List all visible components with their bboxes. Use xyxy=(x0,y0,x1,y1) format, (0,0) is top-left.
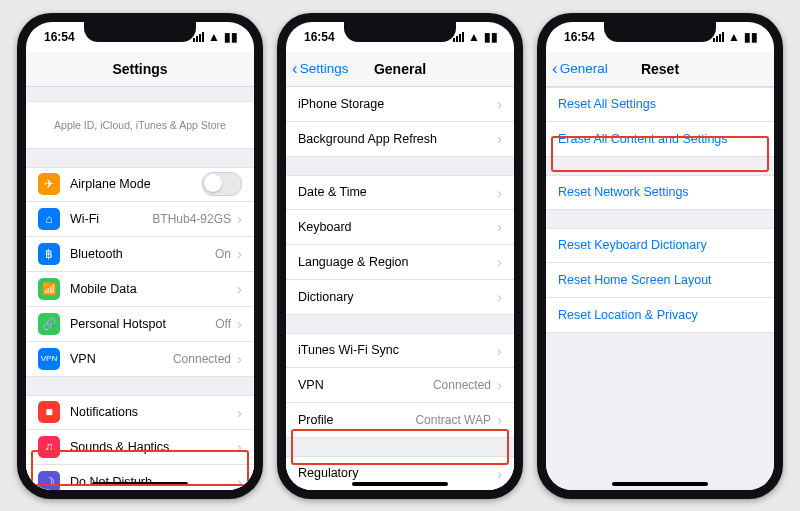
row-reset-network[interactable]: Reset Network Settings xyxy=(546,175,774,210)
notch xyxy=(604,22,716,42)
home-indicator[interactable] xyxy=(352,482,448,486)
row-label: Reset Home Screen Layout xyxy=(558,273,762,287)
row-label: Regulatory xyxy=(298,466,497,480)
row-label: Reset All Settings xyxy=(558,97,762,111)
back-label: General xyxy=(560,61,608,76)
chevron-right-icon: › xyxy=(237,438,242,455)
back-button[interactable]: ‹ Settings xyxy=(292,52,348,86)
phone-reset: 16:54 ▲ ▮▮ ‹ General Reset Reset All Set… xyxy=(537,13,783,499)
row-label: Keyboard xyxy=(298,220,497,234)
chevron-right-icon: › xyxy=(497,342,502,359)
row-background-app-refresh[interactable]: Background App Refresh › xyxy=(286,122,514,157)
row-dictionary[interactable]: Dictionary › xyxy=(286,280,514,315)
row-date-time[interactable]: Date & Time › xyxy=(286,175,514,210)
row-do-not-disturb[interactable]: ☽ Do Not Disturb › xyxy=(26,465,254,490)
page-title: General xyxy=(374,61,426,77)
status-icons: ▲ ▮▮ xyxy=(193,31,238,43)
phone-general: 16:54 ▲ ▮▮ ‹ Settings General iPhone Sto… xyxy=(277,13,523,499)
row-profile[interactable]: Profile Contract WAP › xyxy=(286,403,514,438)
row-wifi[interactable]: ⌂ Wi-Fi BTHub4-92GS › xyxy=(26,202,254,237)
content[interactable]: iPhone Storage › Background App Refresh … xyxy=(286,87,514,490)
row-label: Bluetooth xyxy=(70,247,215,261)
row-value: Connected xyxy=(173,352,231,366)
phone-settings: 16:54 ▲ ▮▮ Settings Apple ID, iCloud, iT… xyxy=(17,13,263,499)
chevron-left-icon: ‹ xyxy=(292,60,298,77)
row-erase-all-content[interactable]: Erase All Content and Settings xyxy=(546,122,774,157)
row-vpn[interactable]: VPN Connected › xyxy=(286,368,514,403)
chevron-right-icon: › xyxy=(237,350,242,367)
row-value: BTHub4-92GS xyxy=(152,212,231,226)
row-label: VPN xyxy=(70,352,173,366)
vpn-icon: VPN xyxy=(38,348,60,370)
row-keyboard[interactable]: Keyboard › xyxy=(286,210,514,245)
chevron-right-icon: › xyxy=(237,280,242,297)
clock: 16:54 xyxy=(564,30,595,44)
home-indicator[interactable] xyxy=(612,482,708,486)
wifi-icon: ▲ xyxy=(468,31,480,43)
status-icons: ▲ ▮▮ xyxy=(713,31,758,43)
sounds-icon: ♫ xyxy=(38,436,60,458)
home-indicator[interactable] xyxy=(92,482,188,486)
row-sounds-haptics[interactable]: ♫ Sounds & Haptics › xyxy=(26,430,254,465)
row-label: Wi-Fi xyxy=(70,212,152,226)
row-value: Contract WAP xyxy=(415,413,491,427)
mobile-data-icon: 📶 xyxy=(38,278,60,300)
row-label: Mobile Data xyxy=(70,282,237,296)
dnd-moon-icon: ☽ xyxy=(38,471,60,490)
row-notifications[interactable]: ■ Notifications › xyxy=(26,395,254,430)
chevron-right-icon: › xyxy=(237,210,242,227)
row-iphone-storage[interactable]: iPhone Storage › xyxy=(286,87,514,122)
row-value: Connected xyxy=(433,378,491,392)
row-value: Off xyxy=(215,317,231,331)
notifications-icon: ■ xyxy=(38,401,60,423)
row-language-region[interactable]: Language & Region › xyxy=(286,245,514,280)
wifi-icon: ▲ xyxy=(208,31,220,43)
hotspot-icon: 🔗 xyxy=(38,313,60,335)
battery-icon: ▮▮ xyxy=(224,31,238,43)
banner-label: Apple ID, iCloud, iTunes & App Store xyxy=(54,119,226,131)
row-label: iTunes Wi-Fi Sync xyxy=(298,343,497,357)
row-vpn[interactable]: VPN VPN Connected › xyxy=(26,342,254,377)
chevron-right-icon: › xyxy=(497,253,502,270)
row-airplane-mode[interactable]: ✈ Airplane Mode xyxy=(26,167,254,202)
content[interactable]: Reset All Settings Erase All Content and… xyxy=(546,87,774,490)
notch xyxy=(84,22,196,42)
airplane-toggle[interactable] xyxy=(202,172,242,196)
row-label: Date & Time xyxy=(298,185,497,199)
notch xyxy=(344,22,456,42)
nav-bar: ‹ General Reset xyxy=(546,52,774,87)
content[interactable]: Apple ID, iCloud, iTunes & App Store ✈ A… xyxy=(26,87,254,490)
row-reset-home-screen[interactable]: Reset Home Screen Layout xyxy=(546,263,774,298)
screen: 16:54 ▲ ▮▮ Settings Apple ID, iCloud, iT… xyxy=(26,22,254,490)
row-bluetooth[interactable]: ฿ Bluetooth On › xyxy=(26,237,254,272)
airplane-icon: ✈ xyxy=(38,173,60,195)
nav-bar: Settings xyxy=(26,52,254,87)
clock: 16:54 xyxy=(304,30,335,44)
chevron-right-icon: › xyxy=(237,245,242,262)
back-label: Settings xyxy=(300,61,349,76)
row-mobile-data[interactable]: 📶 Mobile Data › xyxy=(26,272,254,307)
back-button[interactable]: ‹ General xyxy=(552,52,608,86)
row-label: Sounds & Haptics xyxy=(70,440,237,454)
clock: 16:54 xyxy=(44,30,75,44)
screen: 16:54 ▲ ▮▮ ‹ General Reset Reset All Set… xyxy=(546,22,774,490)
chevron-left-icon: ‹ xyxy=(552,60,558,77)
bluetooth-icon: ฿ xyxy=(38,243,60,265)
row-label: Airplane Mode xyxy=(70,177,202,191)
chevron-right-icon: › xyxy=(237,404,242,421)
apple-id-banner[interactable]: Apple ID, iCloud, iTunes & App Store xyxy=(26,101,254,149)
chevron-right-icon: › xyxy=(237,473,242,490)
row-personal-hotspot[interactable]: 🔗 Personal Hotspot Off › xyxy=(26,307,254,342)
row-label: Dictionary xyxy=(298,290,497,304)
row-label: Erase All Content and Settings xyxy=(558,132,762,146)
row-label: VPN xyxy=(298,378,433,392)
battery-icon: ▮▮ xyxy=(744,31,758,43)
row-reset-location-privacy[interactable]: Reset Location & Privacy xyxy=(546,298,774,333)
row-reset-keyboard-dictionary[interactable]: Reset Keyboard Dictionary xyxy=(546,228,774,263)
row-reset-all-settings[interactable]: Reset All Settings xyxy=(546,87,774,122)
row-itunes-wifi-sync[interactable]: iTunes Wi-Fi Sync › xyxy=(286,333,514,368)
wifi-icon: ⌂ xyxy=(38,208,60,230)
chevron-right-icon: › xyxy=(237,315,242,332)
chevron-right-icon: › xyxy=(497,218,502,235)
row-label: Profile xyxy=(298,413,415,427)
